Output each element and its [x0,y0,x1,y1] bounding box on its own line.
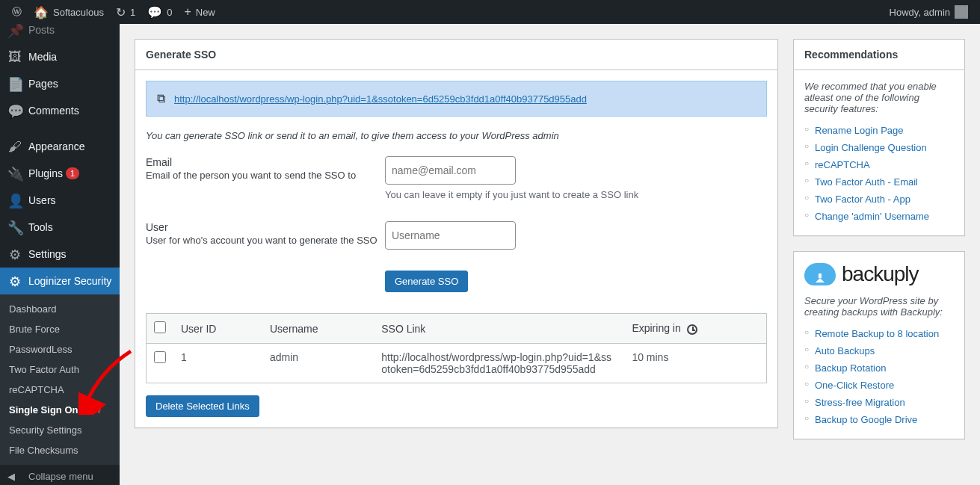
cell-ssolink: http://localhost/wordpress/wp-login.php?… [374,344,624,383]
sidebar-label: Settings [28,248,67,260]
rec-recaptcha[interactable]: reCAPTCHA [804,156,954,173]
sidebar-item-tools[interactable]: 🔧Tools [0,214,120,241]
generate-sso-button[interactable]: Generate SSO [385,271,468,292]
bk-rotation[interactable]: Backup Rotation [804,359,954,377]
comment-icon: 💬 [147,5,162,19]
sidebar-item-posts[interactable]: 📌Posts [0,24,120,43]
bk-migration[interactable]: Stress-free Migration [804,394,954,411]
brush-icon: 🖌 [7,139,22,154]
refresh-icon: ↻ [116,5,126,19]
sidebar-item-pages[interactable]: 📄Pages [0,70,120,97]
sidebar-label: Appearance [28,140,85,152]
updates-link[interactable]: ↻1 [110,0,141,24]
page-icon: 📄 [7,76,22,91]
sidebar-item-plugins[interactable]: 🔌Plugins1 [0,160,120,187]
collapse-menu[interactable]: ◀Collapse menu [0,465,120,485]
user-label: User [146,221,385,233]
loginizer-submenu: Dashboard Brute Force PasswordLess Two F… [0,294,120,465]
howdy-link[interactable]: Howdy, admin [884,0,974,24]
pin-icon: 📌 [7,24,22,37]
sidebar-item-users[interactable]: 👤Users [0,187,120,214]
backuply-panel: backuply Secure your WordPress site by c… [793,251,965,439]
submenu-sso[interactable]: Single Sign OnNew [0,400,120,420]
settings-icon: ⚙ [7,247,22,262]
email-row: Email Email of the person you want to se… [146,156,767,200]
sso-link[interactable]: http://localhost/wordpress/wp-login.php?… [174,93,587,105]
user-row: User User for who's account you want to … [146,221,767,250]
sidebar-label: Tools [28,221,53,233]
bk-oneclick[interactable]: One-Click Restore [804,377,954,394]
rec-2fa-email[interactable]: Two Factor Auth - Email [804,173,954,191]
cell-userid: 1 [173,344,262,383]
col-username[interactable]: Username [262,314,374,344]
email-help: Email of the person you want to send the… [146,170,385,181]
submenu-twofactor[interactable]: Two Factor Auth [0,359,120,380]
bk-remote[interactable]: Remote Backup to 8 location [804,325,954,342]
backuply-name: backuply [842,262,919,286]
submenu-security-settings[interactable]: Security Settings [0,420,120,440]
sso-table: User ID Username SSO Link Expiring in 1 … [146,313,767,383]
new-link[interactable]: +New [178,0,221,24]
delete-selected-button[interactable]: Delete Selected Links [146,395,259,417]
clock-icon [687,324,697,335]
recommendations-desc: We recommed that you enable atleast one … [804,81,954,114]
cell-username: admin [262,344,374,383]
copy-icon[interactable]: ⧉ [157,92,165,105]
recommendations-list: Rename Login Page Login Challenge Questi… [804,122,954,225]
email-input[interactable] [385,156,516,185]
sidebar-item-settings[interactable]: ⚙Settings [0,241,120,268]
backuply-desc: Secure your WordPress site by creating b… [804,295,954,318]
sidebar-label: Media [28,51,57,63]
submenu-dashboard[interactable]: Dashboard [0,299,120,319]
sidebar-label: Pages [28,78,58,90]
rec-2fa-app[interactable]: Two Factor Auth - App [804,191,954,208]
user-icon: 👤 [7,193,22,208]
wordpress-icon: ⓦ [12,5,22,19]
plugin-icon: 🔌 [7,166,22,181]
email-label: Email [146,156,385,168]
row-checkbox[interactable] [154,351,166,363]
rec-change-admin[interactable]: Change 'admin' Username [804,208,954,225]
sidebar-item-appearance[interactable]: 🖌Appearance [0,133,120,160]
media-icon: 🖼 [7,49,22,64]
col-ssolink[interactable]: SSO Link [374,314,624,344]
table-row: 1 admin http://localhost/wordpress/wp-lo… [147,344,767,383]
plus-icon: + [184,5,191,19]
avatar-icon [955,5,968,19]
sidebar-item-loginizer[interactable]: ⚙Loginizer Security [0,268,120,294]
panel-description: You can generate SSO link or send it to … [146,130,767,141]
col-expiring[interactable]: Expiring in [624,314,766,344]
comments-link[interactable]: 💬0 [141,0,178,24]
admin-sidebar: 📌Posts 🖼Media 📄Pages 💬Comments 🖌Appearan… [0,24,120,485]
rec-rename-login[interactable]: Rename Login Page [804,122,954,139]
select-all-checkbox[interactable] [154,321,166,333]
bk-auto[interactable]: Auto Backups [804,342,954,359]
recommendations-title: Recommendations [794,40,964,70]
updates-count: 1 [130,7,135,18]
submit-row: Generate SSO [146,271,767,292]
submenu-passwordless[interactable]: PasswordLess [0,339,120,359]
sso-link-notice: ⧉ http://localhost/wordpress/wp-login.ph… [146,81,767,117]
submenu-checksums[interactable]: File Checksums [0,440,120,460]
backuply-logo: backuply [804,262,954,286]
sidebar-label: Users [28,194,56,206]
generate-sso-panel: Generate SSO ⧉ http://localhost/wordpres… [135,39,778,428]
howdy-text: Howdy, admin [890,7,950,18]
cloud-icon [804,263,836,285]
cell-expiring: 10 mins [624,344,766,383]
bk-gdrive[interactable]: Backup to Google Drive [804,411,954,428]
new-label: New [196,7,215,18]
sidebar-item-comments[interactable]: 💬Comments [0,97,120,124]
panel-title: Generate SSO [135,40,777,70]
sidebar-label: Plugins [28,167,63,179]
sidebar-item-media[interactable]: 🖼Media [0,43,120,70]
sidebar-label: Loginizer Security [28,275,111,287]
submenu-bruteforce[interactable]: Brute Force [0,319,120,339]
submenu-recaptcha[interactable]: reCAPTCHA [0,380,120,400]
wp-logo[interactable]: ⓦ [6,0,28,24]
recommendations-panel: Recommendations We recommed that you ena… [793,39,965,236]
user-input[interactable] [385,221,516,250]
rec-challenge[interactable]: Login Challenge Question [804,139,954,156]
site-name-link[interactable]: 🏠Softaculous [28,0,110,24]
col-userid[interactable]: User ID [173,314,262,344]
